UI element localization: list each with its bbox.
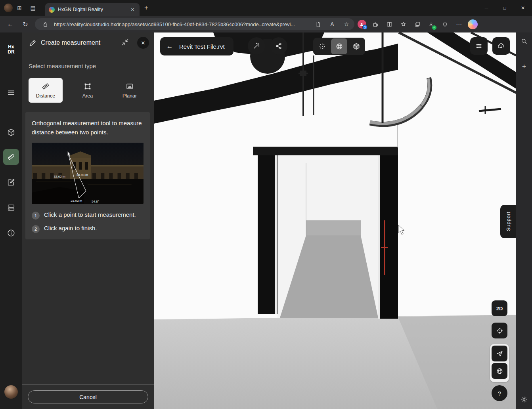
step-2-number: 2 xyxy=(32,225,40,233)
type-area-button[interactable]: Area xyxy=(71,78,105,103)
render-mode-toolbar xyxy=(313,38,365,55)
type-distance-button[interactable]: Distance xyxy=(29,78,63,103)
extensions-icon[interactable] xyxy=(369,18,382,31)
read-aloud-icon[interactable]: A xyxy=(327,19,338,29)
type-distance-label: Distance xyxy=(36,93,55,99)
2d-mode-button[interactable]: 2D xyxy=(492,300,507,316)
layers-button[interactable] xyxy=(3,200,19,216)
step-1-number: 1 xyxy=(32,212,40,220)
mesh-mode-button[interactable] xyxy=(331,38,347,54)
step-1-text: Click a point to start measurement. xyxy=(44,211,136,219)
step-1: 1 Click a point to start measurement. xyxy=(32,211,144,220)
new-tab-button[interactable]: + xyxy=(140,2,153,13)
panel-footer: Cancel xyxy=(22,384,154,409)
thumb-label-d: 54.8° xyxy=(92,200,99,203)
create-measurement-panel: Create measurement ✕ Select measurement … xyxy=(22,32,154,409)
measure-edit-icon xyxy=(29,39,37,47)
maximize-button[interactable]: □ xyxy=(496,0,514,16)
asset-file-name: Revit Test File.rvt xyxy=(179,43,225,50)
measurement-tool-button[interactable] xyxy=(3,149,19,165)
collapse-panel-icon[interactable] xyxy=(119,36,131,50)
tab-title: HxGN Digital Reality xyxy=(58,7,126,12)
help-button[interactable]: ? xyxy=(492,385,507,401)
tab-list-icon[interactable]: ▤ xyxy=(26,2,40,14)
support-tab[interactable]: Support xyxy=(500,205,516,238)
tool-description: Orthogonal measurement tool to measure d… xyxy=(32,118,144,137)
workspaces-icon[interactable]: ⊞ xyxy=(13,2,26,14)
browser-profile-avatar[interactable] xyxy=(4,4,13,12)
app-rail: Hx DR xyxy=(0,32,22,409)
right-wall-panel xyxy=(378,155,398,319)
type-planar-label: Planar xyxy=(122,93,137,99)
tool-description-card: Orthogonal measurement tool to measure d… xyxy=(25,112,150,239)
help-label: ? xyxy=(498,390,501,397)
viewer-settings-button[interactable] xyxy=(470,37,488,55)
panel-title: Create measurement xyxy=(41,39,115,46)
browser-tab[interactable]: HxGN Digital Reality ✕ xyxy=(45,3,140,16)
sidebar-settings-icon[interactable] xyxy=(518,393,530,406)
measurement-type-row: Distance Area Planar xyxy=(29,78,147,103)
panel-header: Create measurement ✕ xyxy=(22,32,154,53)
tool-example-image: 32.62 m 39.93 m 23.03 m 54.8° xyxy=(32,143,144,204)
viewer-area[interactable]: ← Revit Test File.rvt xyxy=(154,32,516,409)
2d-label: 2D xyxy=(496,306,503,312)
url-field[interactable]: https://realitycloudstudio.hxdr.app/asse… xyxy=(35,18,354,30)
step-2-text: Click again to finish. xyxy=(44,224,97,232)
password-extension-icon[interactable]: 3 xyxy=(355,18,368,31)
browser-back-button[interactable]: ← xyxy=(3,18,17,31)
favorite-star-icon[interactable]: ☆ xyxy=(341,19,352,29)
tab-strip: ⊞ ▤ HxGN Digital Reality ✕ + ─ □ ✕ xyxy=(0,0,532,16)
point-cloud-mode-button[interactable] xyxy=(314,38,330,54)
share-button[interactable] xyxy=(270,37,287,55)
copilot-icon[interactable] xyxy=(468,19,478,29)
step-2: 2 Click again to finish. xyxy=(32,224,144,233)
navigation-group xyxy=(490,344,509,382)
tab-favicon xyxy=(49,7,55,13)
3d-scene[interactable] xyxy=(154,32,516,409)
sidebar-search-icon[interactable] xyxy=(518,35,530,48)
extension-badge: 3 xyxy=(362,25,367,30)
info-button[interactable] xyxy=(3,225,19,241)
asset-header: ← Revit Test File.rvt xyxy=(160,37,233,55)
extension-avatar: 3 xyxy=(358,20,366,29)
downloads-icon[interactable]: ✓ xyxy=(425,18,438,31)
close-button[interactable]: ✕ xyxy=(514,0,532,16)
main-menu-button[interactable] xyxy=(3,85,19,101)
split-screen-icon[interactable] xyxy=(383,18,396,31)
browser-essentials-icon[interactable] xyxy=(438,18,452,31)
tab-close-icon[interactable]: ✕ xyxy=(129,6,136,13)
cloud-download-button[interactable] xyxy=(492,37,510,55)
lock-icon[interactable] xyxy=(40,19,51,29)
steps-list: 1 Click a point to start measurement. 2 … xyxy=(32,211,144,233)
hxdr-logo: Hx DR xyxy=(0,44,22,55)
measurement-type-label: Select measurement type xyxy=(29,63,147,69)
locate-button[interactable] xyxy=(492,323,507,338)
thumb-label-c: 23.03 m xyxy=(71,199,82,203)
sidebar-add-icon[interactable]: + xyxy=(518,60,530,73)
annotation-tool-button[interactable] xyxy=(3,174,19,190)
model-mode-button[interactable] xyxy=(348,38,364,54)
refresh-button[interactable]: ↻ xyxy=(18,18,33,31)
close-panel-button[interactable]: ✕ xyxy=(137,37,149,49)
thumb-label-b: 39.93 m xyxy=(77,173,88,177)
left-wall-panel xyxy=(258,155,277,314)
url-text[interactable]: https://realitycloudstudio.hxdr.app/asse… xyxy=(54,21,309,27)
user-avatar[interactable] xyxy=(4,385,18,399)
fly-navigation-button[interactable] xyxy=(492,346,507,361)
collections-icon[interactable] xyxy=(411,18,424,31)
favorites-bar-icon[interactable] xyxy=(397,18,410,31)
type-area-label: Area xyxy=(82,93,93,99)
page-actions-icon[interactable] xyxy=(312,19,323,29)
cancel-button[interactable]: Cancel xyxy=(28,390,148,403)
settings-more-icon[interactable]: ⋯ xyxy=(452,18,465,31)
viewer-back-button[interactable]: ← xyxy=(163,40,176,53)
browser-window: ⊞ ▤ HxGN Digital Reality ✕ + ─ □ ✕ ← ↻ h… xyxy=(0,0,532,409)
support-label: Support xyxy=(505,212,511,231)
type-planar-button[interactable]: Planar xyxy=(113,78,147,103)
window-controls: ─ □ ✕ xyxy=(477,0,532,16)
models-3d-button[interactable] xyxy=(3,124,19,140)
globe-navigation-button[interactable] xyxy=(492,363,507,379)
address-bar: ← ↻ https://realitycloudstudio.hxdr.app/… xyxy=(0,16,532,32)
minimize-button[interactable]: ─ xyxy=(477,0,496,16)
magic-wand-button[interactable] xyxy=(248,37,265,55)
